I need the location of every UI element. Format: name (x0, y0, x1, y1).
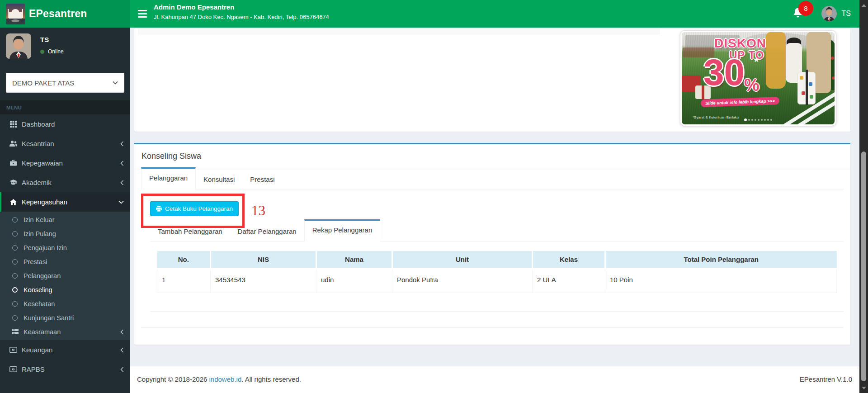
notification-badge: 8 (798, 1, 813, 16)
chevron-left-icon (120, 347, 124, 353)
site-title: Admin Demo Epesantren (154, 3, 329, 11)
app-version: EPesantren V.1.0 (800, 375, 852, 383)
cell-no: 1 (157, 269, 211, 293)
indoweb-link[interactable]: indoweb.id (209, 375, 242, 383)
cell-nis: 34534543 (211, 269, 316, 293)
user-menu-avatar[interactable] (821, 6, 837, 21)
scroll-up-arrow-icon[interactable] (862, 4, 866, 7)
cell-total-poin: 10 Poin (605, 269, 837, 293)
annotation-step-number: 13 (251, 203, 265, 219)
app-logo[interactable]: EPesantren (0, 0, 130, 28)
panel-body: Pelanggaran Konsultasi Prestasi Cetak Bu… (134, 167, 850, 328)
circle-icon (12, 259, 18, 265)
graduation-cap-icon (8, 179, 18, 186)
main-tabs: Pelanggaran Konsultasi Prestasi (141, 167, 844, 189)
tab-rekap-pelanggaran[interactable]: Rekap Pelanggaran (304, 219, 381, 241)
sidebar-item-dashboard[interactable]: Dashboard (0, 114, 130, 134)
cell-kelas: 2 ULA (533, 269, 605, 293)
sidebar-subitem-kunjungan-santri[interactable]: Kunjungan Santri (0, 311, 130, 325)
briefcase-icon (8, 160, 18, 166)
sidebar-subitem-prestasi[interactable]: Prestasi (0, 255, 130, 269)
scroll-down-arrow-icon[interactable] (862, 387, 866, 389)
sidebar-item-label: RAPBS (22, 365, 45, 373)
copyright-prefix: Copyright © 2018-2026 (137, 375, 209, 383)
sidebar-item-kepengasuhan[interactable]: Kepengasuhan (0, 192, 130, 212)
money-icon: 1 (8, 366, 18, 372)
sidebar-item-label: Kesantrian (22, 140, 54, 147)
ad-asterisk: * (754, 55, 759, 69)
ad-percent-sign: % (744, 76, 760, 95)
home-icon (8, 199, 18, 205)
sidebar-toggle-button[interactable] (138, 10, 147, 18)
sidebar-item-keuangan[interactable]: 1 Keuangan (0, 340, 130, 360)
sidebar-subitem-pengajuan-izin[interactable]: Pengajuan Izin (0, 241, 130, 255)
page: EPesantren TS Online (0, 0, 868, 393)
col-header-unit: Unit (392, 251, 533, 269)
pelanggaran-tab-pane: Cetak Buku Pelanggaran Tambah Pelanggara… (141, 189, 844, 328)
sidebar-item-kesantrian[interactable]: Kesantrian (0, 134, 130, 153)
ad-terms: *Syarat & Ketentuan Berlaku (693, 115, 739, 119)
panel-header: Konseling Siswa (134, 144, 850, 167)
chevron-left-icon (120, 161, 124, 166)
sub-tabs: Tambah Pelanggaran Daftar Pelanggaran Re… (150, 219, 844, 241)
sidebar-subitem-keasramaan[interactable]: Keasramaan (0, 325, 130, 339)
user-avatar (6, 33, 31, 59)
brand-name: EPesantren (29, 8, 87, 20)
sidebar-subitem-izin-keluar[interactable]: Izin Keluar (0, 213, 130, 227)
ad-slide-cta[interactable]: Slide untuk info lebih lengkap >>> (701, 97, 779, 107)
sidebar-subitem-label: Izin Keluar (24, 216, 55, 223)
user-status: Online (40, 48, 64, 55)
sidebar-subitem-label: Kesehatan (24, 300, 55, 308)
tab-konsultasi[interactable]: Konsultasi (196, 167, 242, 189)
user-status-label: Online (48, 48, 64, 55)
col-header-no: No. (157, 251, 211, 269)
package-select[interactable]: DEMO PAKET ATAS (6, 73, 124, 93)
annotation-highlight-box (141, 194, 245, 228)
circle-icon (12, 217, 18, 223)
sidebar-subitem-izin-pulang[interactable]: Izin Pulang (0, 227, 130, 241)
sidebar-item-kepegawaian[interactable]: Kepegawaian (0, 153, 130, 173)
tab-prestasi[interactable]: Prestasi (242, 167, 282, 189)
circle-icon (12, 273, 18, 279)
chevron-left-icon (120, 141, 124, 147)
chevron-left-icon (120, 367, 124, 372)
sidebar-subitem-konseling[interactable]: Konseling (0, 283, 130, 297)
sidebar-subitem-kesehatan[interactable]: Kesehatan (0, 297, 130, 311)
table-footer-strip (138, 28, 660, 34)
table-header-row: No. NIS Nama Unit Kelas Total Poin Pelan… (157, 251, 837, 269)
sidebar-subitem-label: Izin Pulang (24, 230, 56, 237)
sidebar-subitem-label: Kunjungan Santri (24, 314, 74, 322)
rekap-pelanggaran-pane: No. NIS Nama Unit Kelas Total Poin Pelan… (150, 241, 844, 312)
tab-pelanggaran[interactable]: Pelanggaran (141, 167, 196, 189)
page-footer: EPesantren V.1.0 Copyright © 2018-2026 i… (130, 366, 859, 393)
vertical-scrollbar[interactable] (859, 0, 868, 393)
sidebar-subitem-label: Pelanggaran (24, 272, 61, 279)
top-navbar: Admin Demo Epesantren Jl. Kahuripan 47 D… (130, 0, 859, 28)
package-select-value: DEMO PAKET ATAS (12, 79, 74, 87)
svg-text:1: 1 (13, 368, 14, 370)
user-panel: TS Online (0, 28, 130, 65)
sidebar-subitem-label: Pengajuan Izin (24, 244, 67, 251)
sidebar-subitem-pelanggaran[interactable]: Pelanggaran (0, 269, 130, 283)
col-header-nama: Nama (316, 251, 392, 269)
table-row[interactable]: 1 34534543 udin Pondok Putra 2 ULA 10 Po… (157, 269, 837, 293)
site-title-block: Admin Demo Epesantren Jl. Kahuripan 47 D… (154, 3, 329, 20)
sidebar-subitem-label: Konseling (24, 286, 52, 294)
sidebar-item-akademik[interactable]: Akademik (0, 173, 130, 192)
chevron-left-icon (120, 180, 124, 185)
circle-icon (12, 301, 18, 307)
grid-icon (8, 121, 18, 128)
sidebar-item-rapbs[interactable]: 1 RAPBS (0, 360, 130, 379)
scrollbar-thumb[interactable] (861, 152, 866, 381)
col-header-nis: NIS (211, 251, 316, 269)
ad-banner[interactable]: DISKON UP TO 30 % * Slide untuk info leb… (680, 30, 836, 126)
online-dot-icon (40, 50, 44, 54)
konseling-panel: Konseling Siswa Pelanggaran Konsultasi P… (134, 143, 850, 345)
user-menu-label[interactable]: TS (842, 9, 851, 18)
kepengasuhan-submenu: Izin Keluar Izin Pulang Pengajuan Izin P… (0, 212, 130, 340)
user-info: TS Online (40, 33, 64, 65)
sidebar-item-label: Kepegawaian (22, 159, 63, 167)
ad-discount-value: 30 (703, 54, 745, 91)
carousel-dots[interactable] (744, 118, 772, 121)
notifications-button[interactable]: 8 (793, 7, 803, 21)
